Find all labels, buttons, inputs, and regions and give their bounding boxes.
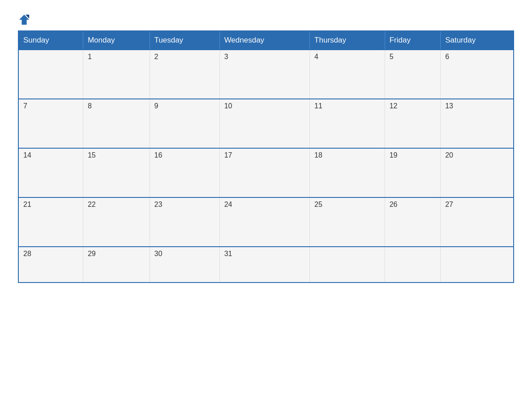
day-number: 5 [390, 53, 436, 61]
weekday-header-friday: Friday [385, 31, 440, 50]
weekday-header-saturday: Saturday [441, 31, 514, 50]
day-number: 21 [23, 201, 78, 209]
weekday-header-tuesday: Tuesday [150, 31, 219, 50]
day-number: 18 [314, 151, 380, 159]
calendar-day-31: 31 [219, 247, 309, 283]
calendar-day-7: 7 [18, 99, 83, 148]
calendar-day-25: 25 [310, 197, 385, 247]
calendar-week-row: 21222324252627 [18, 197, 514, 247]
calendar-day-12: 12 [385, 99, 440, 148]
calendar-day-28: 28 [18, 247, 83, 283]
calendar-day-3: 3 [219, 50, 309, 99]
day-number: 10 [224, 102, 305, 110]
weekday-header-sunday: Sunday [18, 31, 83, 50]
calendar-week-row: 14151617181920 [18, 148, 514, 197]
calendar-day-27: 27 [441, 197, 514, 247]
calendar-day-1: 1 [83, 50, 150, 99]
calendar-day-22: 22 [83, 197, 150, 247]
day-number: 13 [445, 102, 509, 110]
day-number: 8 [88, 102, 145, 110]
calendar-day-17: 17 [219, 148, 309, 197]
weekday-header-row: SundayMondayTuesdayWednesdayThursdayFrid… [18, 31, 514, 50]
weekday-header-monday: Monday [83, 31, 150, 50]
day-number: 3 [224, 53, 305, 61]
day-number: 17 [224, 151, 305, 159]
calendar-day-4: 4 [310, 50, 385, 99]
calendar-day-21: 21 [18, 197, 83, 247]
logo-icon [18, 13, 30, 26]
day-number: 23 [154, 201, 215, 209]
calendar-day-14: 14 [18, 148, 83, 197]
day-number: 27 [445, 201, 509, 209]
weekday-header-wednesday: Wednesday [219, 31, 309, 50]
calendar-day-18: 18 [310, 148, 385, 197]
day-number: 6 [445, 53, 509, 61]
calendar-day-5: 5 [385, 50, 440, 99]
calendar-day-empty [385, 247, 440, 283]
calendar-week-row: 78910111213 [18, 99, 514, 148]
day-number: 2 [154, 53, 215, 61]
calendar-day-13: 13 [441, 99, 514, 148]
calendar-day-29: 29 [83, 247, 150, 283]
calendar-day-empty [18, 50, 83, 99]
day-number: 22 [88, 201, 145, 209]
day-number: 30 [154, 250, 215, 258]
calendar-day-23: 23 [150, 197, 219, 247]
calendar-day-15: 15 [83, 148, 150, 197]
calendar-day-10: 10 [219, 99, 309, 148]
calendar-day-26: 26 [385, 197, 440, 247]
day-number: 7 [23, 102, 78, 110]
calendar-day-9: 9 [150, 99, 219, 148]
calendar-day-6: 6 [441, 50, 514, 99]
calendar-day-2: 2 [150, 50, 219, 99]
calendar-week-row: 28293031 [18, 247, 514, 283]
calendar-day-24: 24 [219, 197, 309, 247]
day-number: 4 [314, 53, 380, 61]
logo [18, 13, 32, 26]
day-number: 31 [224, 250, 305, 258]
calendar-day-19: 19 [385, 148, 440, 197]
day-number: 19 [390, 151, 436, 159]
calendar-day-empty [310, 247, 385, 283]
calendar-day-20: 20 [441, 148, 514, 197]
day-number: 25 [314, 201, 380, 209]
page-header [18, 13, 514, 26]
calendar-day-empty [441, 247, 514, 283]
day-number: 29 [88, 250, 145, 258]
day-number: 12 [390, 102, 436, 110]
calendar-day-11: 11 [310, 99, 385, 148]
day-number: 16 [154, 151, 215, 159]
calendar-day-16: 16 [150, 148, 219, 197]
day-number: 11 [314, 102, 380, 110]
calendar-table: SundayMondayTuesdayWednesdayThursdayFrid… [18, 30, 514, 283]
day-number: 24 [224, 201, 305, 209]
day-number: 20 [445, 151, 509, 159]
day-number: 14 [23, 151, 78, 159]
calendar-week-row: 123456 [18, 50, 514, 99]
day-number: 28 [23, 250, 78, 258]
calendar-day-30: 30 [150, 247, 219, 283]
day-number: 15 [88, 151, 145, 159]
day-number: 26 [390, 201, 436, 209]
weekday-header-thursday: Thursday [310, 31, 385, 50]
day-number: 9 [154, 102, 215, 110]
calendar-day-8: 8 [83, 99, 150, 148]
day-number: 1 [88, 53, 145, 61]
